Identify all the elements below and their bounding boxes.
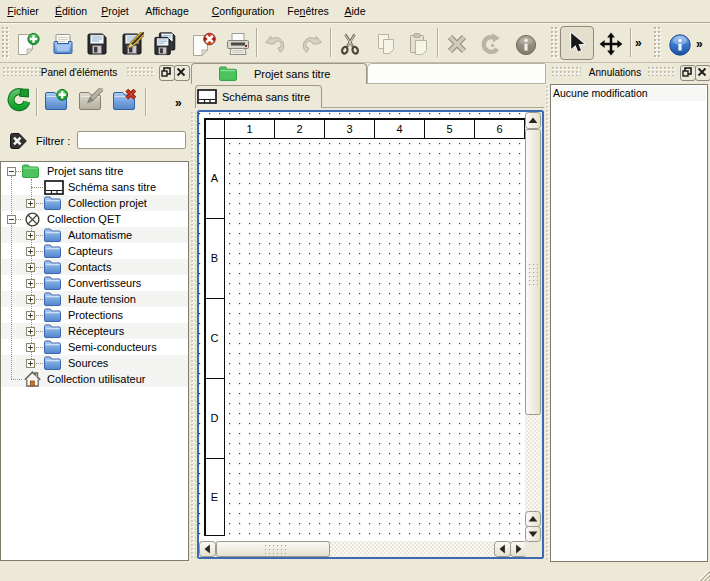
svg-text:1: 1 [246,123,252,135]
svg-text:A: A [211,172,219,184]
svg-text:6: 6 [496,123,502,135]
svg-text:E: E [211,491,218,503]
svg-text:3: 3 [346,123,352,135]
svg-text:2: 2 [296,123,302,135]
svg-text:B: B [211,252,218,264]
svg-text:4: 4 [396,123,402,135]
svg-text:C: C [211,332,219,344]
svg-text:5: 5 [446,123,452,135]
svg-text:D: D [211,412,219,424]
